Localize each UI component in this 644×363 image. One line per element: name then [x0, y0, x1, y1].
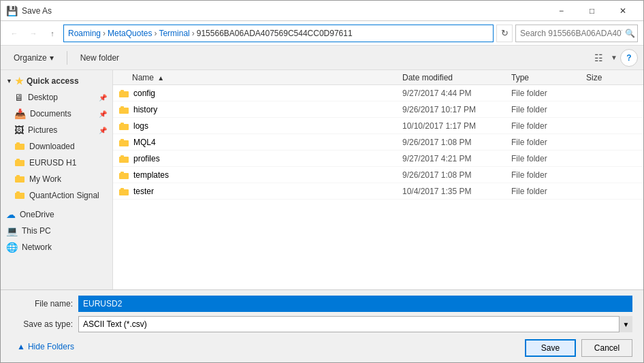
folder-icon: [118, 121, 129, 131]
file-type: File folder: [511, 154, 586, 163]
action-buttons: Save Cancel: [525, 339, 632, 357]
search-bar[interactable]: 🔍: [515, 25, 638, 42]
maximize-button[interactable]: □: [577, 1, 607, 21]
sidebar-item-thispc[interactable]: 💻 This PC: [1, 223, 112, 239]
file-date: 10/4/2017 1:35 PM: [402, 187, 511, 196]
savetype-select[interactable]: ASCII Text (*.csv): [78, 316, 632, 332]
sidebar-item-desktop[interactable]: 🖥 Desktop 📌: [1, 89, 112, 106]
file-name: config: [116, 89, 402, 98]
quick-access-label: Quick access: [27, 76, 79, 86]
svg-rect-15: [120, 139, 124, 141]
file-date: 9/26/2017 10:17 PM: [402, 105, 511, 114]
refresh-button[interactable]: ↻: [496, 25, 513, 42]
thispc-icon: 💻: [6, 225, 18, 236]
downloaded-icon: [14, 141, 25, 153]
svg-rect-17: [120, 155, 124, 157]
sidebar-item-downloaded[interactable]: Downloaded: [1, 138, 112, 155]
column-size[interactable]: Size: [586, 73, 641, 82]
save-button[interactable]: Save: [525, 339, 576, 357]
eurusd-icon: [14, 157, 25, 169]
breadcrumb-roaming[interactable]: Roaming: [68, 29, 101, 38]
mywork-icon: [14, 174, 25, 185]
sidebar-item-eurusd[interactable]: EURUSD H1: [1, 155, 112, 171]
filename-label: File name:: [12, 299, 73, 309]
sidebar-item-mywork[interactable]: My Work: [1, 171, 112, 187]
breadcrumb-current: 915566BA06ADA407569C544CC0D97611: [197, 29, 353, 38]
table-row[interactable]: tester 10/4/2017 1:35 PM File folder: [113, 183, 643, 200]
file-name: profiles: [116, 154, 402, 163]
breadcrumb-metaquotes[interactable]: MetaQuotes: [108, 29, 152, 38]
up-button[interactable]: ↑: [44, 25, 61, 42]
main-content: ▼ ★ Quick access 🖥 Desktop 📌 📥 Documents…: [1, 70, 643, 289]
table-row[interactable]: MQL4 9/26/2017 1:08 PM File folder: [113, 134, 643, 151]
table-row[interactable]: logs 10/10/2017 1:17 PM File folder: [113, 118, 643, 134]
help-button[interactable]: ?: [620, 49, 638, 67]
sidebar-label-network: Network: [22, 242, 52, 252]
organize-chevron: ▾: [50, 53, 54, 63]
search-input[interactable]: [520, 29, 622, 38]
chevron-up-icon: ▲: [17, 342, 25, 351]
search-icon: 🔍: [625, 29, 635, 38]
svg-rect-21: [120, 188, 124, 190]
file-type: File folder: [511, 89, 586, 98]
savetype-label: Save as type:: [12, 319, 73, 329]
svg-rect-4: [15, 176, 25, 183]
column-date[interactable]: Date modified: [402, 73, 511, 82]
sidebar-label-downloaded: Downloaded: [29, 142, 75, 151]
title-bar: 💾 Save As − □ ✕: [1, 1, 643, 21]
sidebar-item-pictures[interactable]: 🖼 Pictures 📌: [1, 122, 112, 138]
folder-icon: [118, 138, 129, 147]
savetype-wrapper[interactable]: ASCII Text (*.csv) ▼: [78, 316, 632, 332]
file-list-header: Name ▲ Date modified Type Size: [113, 70, 643, 85]
sidebar-label-mywork: My Work: [29, 174, 61, 184]
sidebar: ▼ ★ Quick access 🖥 Desktop 📌 📥 Documents…: [1, 70, 113, 289]
file-type: File folder: [511, 105, 586, 114]
chevron-icon: ▼: [6, 78, 12, 84]
svg-rect-16: [119, 157, 129, 163]
cancel-button[interactable]: Cancel: [581, 339, 632, 357]
filename-input[interactable]: [78, 296, 632, 312]
quick-access-header[interactable]: ▼ ★ Quick access: [1, 73, 112, 89]
table-row[interactable]: templates 9/26/2017 1:08 PM File folder: [113, 167, 643, 183]
svg-rect-2: [15, 160, 25, 166]
close-button[interactable]: ✕: [607, 1, 638, 21]
sidebar-item-documents[interactable]: 📥 Documents 📌: [1, 106, 112, 122]
minimize-button[interactable]: −: [546, 1, 577, 21]
sidebar-item-quantaction[interactable]: QuantAction Signal: [1, 187, 112, 204]
sort-arrow: ▲: [157, 74, 164, 82]
table-row[interactable]: profiles 9/27/2017 4:21 PM File folder: [113, 151, 643, 167]
organize-label: Organize: [14, 53, 47, 63]
file-name: tester: [116, 187, 402, 196]
new-folder-button[interactable]: New folder: [73, 49, 127, 67]
toolbar-separator: [67, 51, 67, 65]
column-type[interactable]: Type: [511, 73, 586, 82]
table-row[interactable]: history 9/26/2017 10:17 PM File folder: [113, 101, 643, 118]
hide-folders-toggle[interactable]: ▲ Hide Folders: [12, 339, 80, 354]
column-name[interactable]: Name ▲: [116, 73, 402, 82]
sidebar-label-thispc: This PC: [22, 226, 51, 236]
title-bar-left: 💾 Save As: [6, 5, 52, 16]
toolbar-right: ☷ ▼ ?: [589, 49, 638, 67]
quick-access-section: ▼ ★ Quick access 🖥 Desktop 📌 📥 Documents…: [1, 73, 112, 204]
svg-rect-6: [15, 193, 25, 199]
svg-rect-1: [16, 142, 20, 144]
folder-icon: [118, 170, 129, 180]
window-icon: 💾: [6, 5, 18, 16]
forward-button[interactable]: →: [25, 25, 42, 42]
table-row[interactable]: config 9/27/2017 4:44 PM File folder: [113, 85, 643, 101]
view-button[interactable]: ☷: [589, 49, 608, 67]
sidebar-item-onedrive[interactable]: ☁ OneDrive: [1, 206, 112, 223]
sidebar-label-quantaction: QuantAction Signal: [29, 191, 99, 200]
svg-rect-11: [120, 106, 124, 108]
file-type: File folder: [511, 138, 586, 147]
view-chevron: ▼: [611, 54, 617, 61]
breadcrumb-bar[interactable]: Roaming › MetaQuotes › Terminal › 915566…: [63, 25, 494, 42]
organize-button[interactable]: Organize ▾: [6, 49, 61, 67]
back-button[interactable]: ←: [6, 25, 22, 42]
breadcrumb-terminal[interactable]: Terminal: [159, 29, 189, 38]
hide-folders-label: Hide Folders: [28, 342, 74, 351]
file-type: File folder: [511, 170, 586, 180]
sidebar-label-eurusd: EURUSD H1: [29, 158, 76, 168]
sidebar-item-network[interactable]: 🌐 Network: [1, 239, 112, 255]
file-name: logs: [116, 121, 402, 131]
